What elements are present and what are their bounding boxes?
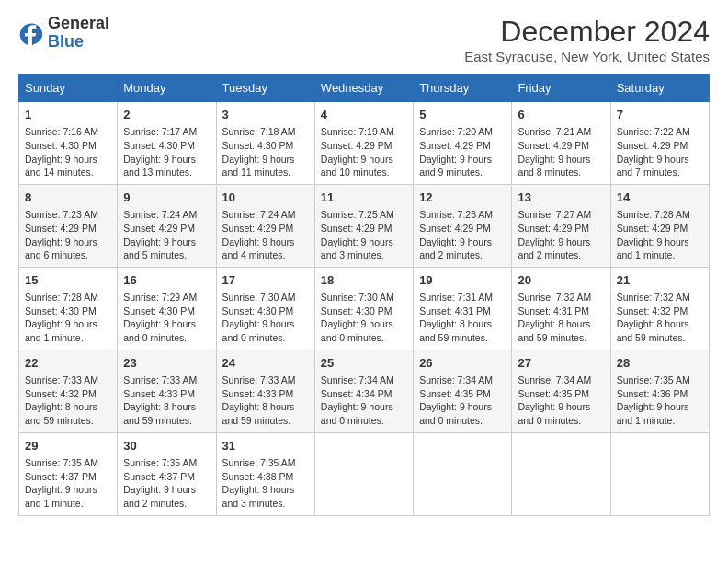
day-info: Sunrise: 7:20 AMSunset: 4:29 PMDaylight:… bbox=[419, 125, 506, 179]
calendar-cell: 9Sunrise: 7:24 AMSunset: 4:29 PMDaylight… bbox=[118, 184, 216, 267]
logo-general: General bbox=[48, 14, 109, 32]
day-number: 3 bbox=[222, 107, 309, 123]
calendar-cell: 20Sunrise: 7:32 AMSunset: 4:31 PMDayligh… bbox=[512, 267, 610, 350]
day-info: Sunrise: 7:31 AMSunset: 4:31 PMDaylight:… bbox=[419, 291, 506, 345]
calendar-cell bbox=[414, 432, 512, 515]
calendar-cell: 28Sunrise: 7:35 AMSunset: 4:36 PMDayligh… bbox=[610, 350, 709, 432]
calendar-cell bbox=[512, 432, 610, 515]
weekday-header-tuesday: Tuesday bbox=[216, 75, 314, 102]
calendar-week-row: 29Sunrise: 7:35 AMSunset: 4:37 PMDayligh… bbox=[19, 432, 710, 515]
day-info: Sunrise: 7:34 AMSunset: 4:34 PMDaylight:… bbox=[321, 373, 407, 428]
calendar-cell bbox=[610, 432, 709, 515]
day-info: Sunrise: 7:19 AMSunset: 4:29 PMDaylight:… bbox=[321, 125, 407, 179]
weekday-header-saturday: Saturday bbox=[610, 75, 709, 102]
day-info: Sunrise: 7:18 AMSunset: 4:30 PMDaylight:… bbox=[222, 125, 309, 179]
day-number: 25 bbox=[321, 355, 407, 372]
weekday-header-row: SundayMondayTuesdayWednesdayThursdayFrid… bbox=[19, 75, 710, 102]
day-info: Sunrise: 7:27 AMSunset: 4:29 PMDaylight:… bbox=[518, 208, 604, 262]
day-info: Sunrise: 7:24 AMSunset: 4:29 PMDaylight:… bbox=[123, 208, 210, 262]
day-number: 31 bbox=[222, 438, 309, 454]
calendar-cell: 10Sunrise: 7:24 AMSunset: 4:29 PMDayligh… bbox=[216, 184, 314, 267]
calendar-cell: 31Sunrise: 7:35 AMSunset: 4:38 PMDayligh… bbox=[216, 432, 314, 515]
calendar-cell: 29Sunrise: 7:35 AMSunset: 4:37 PMDayligh… bbox=[19, 432, 118, 515]
day-info: Sunrise: 7:34 AMSunset: 4:35 PMDaylight:… bbox=[419, 373, 506, 428]
day-number: 29 bbox=[25, 438, 111, 454]
calendar-cell: 17Sunrise: 7:30 AMSunset: 4:30 PMDayligh… bbox=[216, 267, 314, 350]
day-number: 14 bbox=[617, 190, 703, 206]
day-number: 7 bbox=[617, 107, 703, 123]
day-number: 11 bbox=[321, 190, 407, 206]
day-info: Sunrise: 7:21 AMSunset: 4:29 PMDaylight:… bbox=[518, 125, 604, 179]
day-info: Sunrise: 7:28 AMSunset: 4:30 PMDaylight:… bbox=[25, 291, 111, 345]
day-info: Sunrise: 7:23 AMSunset: 4:29 PMDaylight:… bbox=[25, 208, 111, 262]
subtitle: East Syracuse, New York, United States bbox=[464, 49, 710, 64]
calendar-cell: 5Sunrise: 7:20 AMSunset: 4:29 PMDaylight… bbox=[414, 102, 512, 185]
day-number: 5 bbox=[419, 107, 506, 123]
day-number: 8 bbox=[25, 190, 111, 206]
day-info: Sunrise: 7:30 AMSunset: 4:30 PMDaylight:… bbox=[222, 291, 309, 345]
calendar-cell bbox=[314, 432, 413, 515]
logo-text: General Blue bbox=[48, 15, 109, 52]
calendar-week-row: 22Sunrise: 7:33 AMSunset: 4:32 PMDayligh… bbox=[19, 350, 710, 432]
calendar-cell: 22Sunrise: 7:33 AMSunset: 4:32 PMDayligh… bbox=[19, 350, 118, 432]
day-info: Sunrise: 7:33 AMSunset: 4:33 PMDaylight:… bbox=[123, 373, 210, 428]
calendar-cell: 2Sunrise: 7:17 AMSunset: 4:30 PMDaylight… bbox=[118, 102, 216, 185]
day-info: Sunrise: 7:17 AMSunset: 4:30 PMDaylight:… bbox=[123, 125, 210, 179]
title-area: December 2024 East Syracuse, New York, U… bbox=[464, 15, 710, 64]
day-number: 26 bbox=[419, 355, 506, 372]
day-number: 4 bbox=[321, 107, 407, 123]
day-number: 17 bbox=[222, 272, 309, 289]
calendar-cell: 13Sunrise: 7:27 AMSunset: 4:29 PMDayligh… bbox=[512, 184, 610, 267]
day-number: 10 bbox=[222, 190, 309, 206]
day-number: 13 bbox=[518, 190, 604, 206]
day-info: Sunrise: 7:28 AMSunset: 4:29 PMDaylight:… bbox=[617, 208, 703, 262]
calendar-cell: 26Sunrise: 7:34 AMSunset: 4:35 PMDayligh… bbox=[414, 350, 512, 432]
calendar-cell: 11Sunrise: 7:25 AMSunset: 4:29 PMDayligh… bbox=[314, 184, 413, 267]
day-number: 18 bbox=[321, 272, 407, 289]
day-number: 28 bbox=[617, 355, 703, 372]
day-info: Sunrise: 7:32 AMSunset: 4:32 PMDaylight:… bbox=[617, 291, 703, 345]
day-info: Sunrise: 7:25 AMSunset: 4:29 PMDaylight:… bbox=[321, 208, 407, 262]
calendar-cell: 1Sunrise: 7:16 AMSunset: 4:30 PMDaylight… bbox=[19, 102, 118, 185]
calendar-cell: 8Sunrise: 7:23 AMSunset: 4:29 PMDaylight… bbox=[19, 184, 118, 267]
day-info: Sunrise: 7:24 AMSunset: 4:29 PMDaylight:… bbox=[222, 208, 309, 262]
day-number: 12 bbox=[419, 190, 506, 206]
day-number: 21 bbox=[617, 272, 703, 289]
calendar-cell: 27Sunrise: 7:34 AMSunset: 4:35 PMDayligh… bbox=[512, 350, 610, 432]
day-info: Sunrise: 7:35 AMSunset: 4:37 PMDaylight:… bbox=[25, 456, 111, 511]
calendar-cell: 18Sunrise: 7:30 AMSunset: 4:30 PMDayligh… bbox=[314, 267, 413, 350]
calendar-cell: 16Sunrise: 7:29 AMSunset: 4:30 PMDayligh… bbox=[118, 267, 216, 350]
day-info: Sunrise: 7:30 AMSunset: 4:30 PMDaylight:… bbox=[321, 291, 407, 345]
day-number: 27 bbox=[518, 355, 604, 372]
calendar-week-row: 15Sunrise: 7:28 AMSunset: 4:30 PMDayligh… bbox=[19, 267, 710, 350]
calendar-week-row: 1Sunrise: 7:16 AMSunset: 4:30 PMDaylight… bbox=[19, 102, 710, 185]
header: General Blue December 2024 East Syracuse… bbox=[18, 15, 710, 64]
day-info: Sunrise: 7:22 AMSunset: 4:29 PMDaylight:… bbox=[617, 125, 703, 179]
calendar-cell: 23Sunrise: 7:33 AMSunset: 4:33 PMDayligh… bbox=[118, 350, 216, 432]
calendar-table: SundayMondayTuesdayWednesdayThursdayFrid… bbox=[18, 74, 710, 516]
day-number: 2 bbox=[123, 107, 210, 123]
day-number: 6 bbox=[518, 107, 604, 123]
calendar-cell: 30Sunrise: 7:35 AMSunset: 4:37 PMDayligh… bbox=[118, 432, 216, 515]
logo: General Blue bbox=[18, 15, 109, 52]
day-number: 22 bbox=[25, 355, 111, 372]
calendar-cell: 3Sunrise: 7:18 AMSunset: 4:30 PMDaylight… bbox=[216, 102, 314, 185]
weekday-header-sunday: Sunday bbox=[19, 75, 118, 102]
main-title: December 2024 bbox=[464, 15, 710, 49]
calendar-cell: 6Sunrise: 7:21 AMSunset: 4:29 PMDaylight… bbox=[512, 102, 610, 185]
day-info: Sunrise: 7:33 AMSunset: 4:33 PMDaylight:… bbox=[222, 373, 309, 428]
calendar-cell: 12Sunrise: 7:26 AMSunset: 4:29 PMDayligh… bbox=[414, 184, 512, 267]
day-info: Sunrise: 7:26 AMSunset: 4:29 PMDaylight:… bbox=[419, 208, 506, 262]
day-number: 24 bbox=[222, 355, 309, 372]
calendar-cell: 21Sunrise: 7:32 AMSunset: 4:32 PMDayligh… bbox=[610, 267, 709, 350]
day-number: 19 bbox=[419, 272, 506, 289]
logo-icon bbox=[18, 20, 44, 46]
day-number: 15 bbox=[25, 272, 111, 289]
weekday-header-monday: Monday bbox=[118, 75, 216, 102]
logo-blue: Blue bbox=[48, 32, 84, 51]
calendar-cell: 19Sunrise: 7:31 AMSunset: 4:31 PMDayligh… bbox=[414, 267, 512, 350]
day-number: 9 bbox=[123, 190, 210, 206]
day-number: 20 bbox=[518, 272, 604, 289]
calendar-week-row: 8Sunrise: 7:23 AMSunset: 4:29 PMDaylight… bbox=[19, 184, 710, 267]
weekday-header-wednesday: Wednesday bbox=[314, 75, 413, 102]
